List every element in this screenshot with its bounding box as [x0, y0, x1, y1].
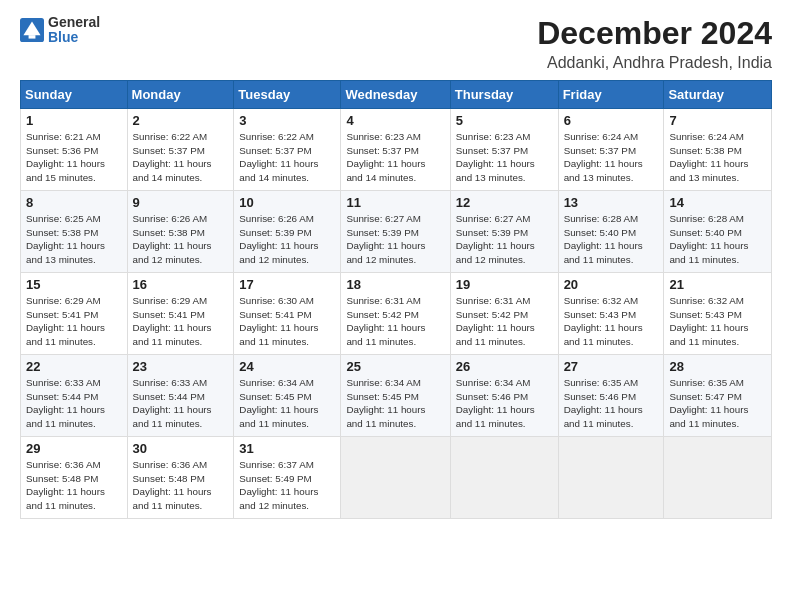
day-number: 30	[133, 441, 229, 456]
day-detail: Sunrise: 6:26 AMSunset: 5:38 PMDaylight:…	[133, 212, 229, 267]
calendar-cell: 14Sunrise: 6:28 AMSunset: 5:40 PMDayligh…	[664, 191, 772, 273]
day-detail: Sunrise: 6:28 AMSunset: 5:40 PMDaylight:…	[669, 212, 766, 267]
day-number: 23	[133, 359, 229, 374]
day-detail: Sunrise: 6:22 AMSunset: 5:37 PMDaylight:…	[133, 130, 229, 185]
calendar-cell: 16Sunrise: 6:29 AMSunset: 5:41 PMDayligh…	[127, 273, 234, 355]
weekday-header-tuesday: Tuesday	[234, 81, 341, 109]
calendar-cell: 2Sunrise: 6:22 AMSunset: 5:37 PMDaylight…	[127, 109, 234, 191]
calendar-cell: 24Sunrise: 6:34 AMSunset: 5:45 PMDayligh…	[234, 355, 341, 437]
weekday-header-wednesday: Wednesday	[341, 81, 450, 109]
day-number: 13	[564, 195, 659, 210]
day-number: 19	[456, 277, 553, 292]
day-detail: Sunrise: 6:28 AMSunset: 5:40 PMDaylight:…	[564, 212, 659, 267]
day-detail: Sunrise: 6:24 AMSunset: 5:37 PMDaylight:…	[564, 130, 659, 185]
calendar-cell: 29Sunrise: 6:36 AMSunset: 5:48 PMDayligh…	[21, 437, 128, 519]
day-number: 31	[239, 441, 335, 456]
day-number: 21	[669, 277, 766, 292]
weekday-header-friday: Friday	[558, 81, 664, 109]
calendar-cell	[558, 437, 664, 519]
weekday-header-row: SundayMondayTuesdayWednesdayThursdayFrid…	[21, 81, 772, 109]
day-detail: Sunrise: 6:29 AMSunset: 5:41 PMDaylight:…	[26, 294, 122, 349]
weekday-header-thursday: Thursday	[450, 81, 558, 109]
week-row-1: 1Sunrise: 6:21 AMSunset: 5:36 PMDaylight…	[21, 109, 772, 191]
week-row-4: 22Sunrise: 6:33 AMSunset: 5:44 PMDayligh…	[21, 355, 772, 437]
calendar-cell: 3Sunrise: 6:22 AMSunset: 5:37 PMDaylight…	[234, 109, 341, 191]
svg-rect-2	[29, 36, 36, 39]
day-detail: Sunrise: 6:34 AMSunset: 5:45 PMDaylight:…	[346, 376, 444, 431]
calendar: SundayMondayTuesdayWednesdayThursdayFrid…	[20, 80, 772, 519]
day-number: 14	[669, 195, 766, 210]
calendar-cell: 10Sunrise: 6:26 AMSunset: 5:39 PMDayligh…	[234, 191, 341, 273]
logo: General Blue	[20, 15, 100, 46]
calendar-cell: 4Sunrise: 6:23 AMSunset: 5:37 PMDaylight…	[341, 109, 450, 191]
title-block: December 2024 Addanki, Andhra Pradesh, I…	[537, 15, 772, 72]
day-detail: Sunrise: 6:30 AMSunset: 5:41 PMDaylight:…	[239, 294, 335, 349]
week-row-3: 15Sunrise: 6:29 AMSunset: 5:41 PMDayligh…	[21, 273, 772, 355]
day-detail: Sunrise: 6:24 AMSunset: 5:38 PMDaylight:…	[669, 130, 766, 185]
weekday-header-monday: Monday	[127, 81, 234, 109]
logo-line2: Blue	[48, 30, 100, 45]
day-detail: Sunrise: 6:31 AMSunset: 5:42 PMDaylight:…	[346, 294, 444, 349]
day-detail: Sunrise: 6:36 AMSunset: 5:48 PMDaylight:…	[26, 458, 122, 513]
day-number: 16	[133, 277, 229, 292]
day-number: 29	[26, 441, 122, 456]
day-number: 8	[26, 195, 122, 210]
weekday-header-saturday: Saturday	[664, 81, 772, 109]
day-number: 24	[239, 359, 335, 374]
calendar-cell: 17Sunrise: 6:30 AMSunset: 5:41 PMDayligh…	[234, 273, 341, 355]
day-number: 4	[346, 113, 444, 128]
page: General Blue December 2024 Addanki, Andh…	[0, 0, 792, 612]
calendar-cell: 21Sunrise: 6:32 AMSunset: 5:43 PMDayligh…	[664, 273, 772, 355]
day-number: 15	[26, 277, 122, 292]
day-number: 22	[26, 359, 122, 374]
day-number: 9	[133, 195, 229, 210]
calendar-cell: 19Sunrise: 6:31 AMSunset: 5:42 PMDayligh…	[450, 273, 558, 355]
day-detail: Sunrise: 6:23 AMSunset: 5:37 PMDaylight:…	[456, 130, 553, 185]
day-number: 2	[133, 113, 229, 128]
day-number: 27	[564, 359, 659, 374]
day-number: 11	[346, 195, 444, 210]
logo-icon	[20, 18, 44, 42]
calendar-cell: 8Sunrise: 6:25 AMSunset: 5:38 PMDaylight…	[21, 191, 128, 273]
calendar-cell: 7Sunrise: 6:24 AMSunset: 5:38 PMDaylight…	[664, 109, 772, 191]
day-number: 28	[669, 359, 766, 374]
day-number: 25	[346, 359, 444, 374]
day-detail: Sunrise: 6:22 AMSunset: 5:37 PMDaylight:…	[239, 130, 335, 185]
day-number: 1	[26, 113, 122, 128]
day-number: 5	[456, 113, 553, 128]
day-number: 20	[564, 277, 659, 292]
day-number: 12	[456, 195, 553, 210]
calendar-cell: 30Sunrise: 6:36 AMSunset: 5:48 PMDayligh…	[127, 437, 234, 519]
calendar-cell: 25Sunrise: 6:34 AMSunset: 5:45 PMDayligh…	[341, 355, 450, 437]
calendar-cell: 1Sunrise: 6:21 AMSunset: 5:36 PMDaylight…	[21, 109, 128, 191]
week-row-2: 8Sunrise: 6:25 AMSunset: 5:38 PMDaylight…	[21, 191, 772, 273]
day-number: 17	[239, 277, 335, 292]
day-detail: Sunrise: 6:32 AMSunset: 5:43 PMDaylight:…	[564, 294, 659, 349]
calendar-cell: 22Sunrise: 6:33 AMSunset: 5:44 PMDayligh…	[21, 355, 128, 437]
calendar-cell: 11Sunrise: 6:27 AMSunset: 5:39 PMDayligh…	[341, 191, 450, 273]
day-number: 10	[239, 195, 335, 210]
calendar-cell: 6Sunrise: 6:24 AMSunset: 5:37 PMDaylight…	[558, 109, 664, 191]
weekday-header-sunday: Sunday	[21, 81, 128, 109]
day-detail: Sunrise: 6:33 AMSunset: 5:44 PMDaylight:…	[26, 376, 122, 431]
day-detail: Sunrise: 6:35 AMSunset: 5:47 PMDaylight:…	[669, 376, 766, 431]
subtitle: Addanki, Andhra Pradesh, India	[537, 54, 772, 72]
day-detail: Sunrise: 6:35 AMSunset: 5:46 PMDaylight:…	[564, 376, 659, 431]
calendar-cell: 27Sunrise: 6:35 AMSunset: 5:46 PMDayligh…	[558, 355, 664, 437]
day-detail: Sunrise: 6:37 AMSunset: 5:49 PMDaylight:…	[239, 458, 335, 513]
day-number: 7	[669, 113, 766, 128]
logo-line1: General	[48, 15, 100, 30]
calendar-cell: 31Sunrise: 6:37 AMSunset: 5:49 PMDayligh…	[234, 437, 341, 519]
day-number: 3	[239, 113, 335, 128]
calendar-cell: 18Sunrise: 6:31 AMSunset: 5:42 PMDayligh…	[341, 273, 450, 355]
calendar-cell: 9Sunrise: 6:26 AMSunset: 5:38 PMDaylight…	[127, 191, 234, 273]
header: General Blue December 2024 Addanki, Andh…	[20, 15, 772, 72]
day-detail: Sunrise: 6:34 AMSunset: 5:45 PMDaylight:…	[239, 376, 335, 431]
calendar-cell: 5Sunrise: 6:23 AMSunset: 5:37 PMDaylight…	[450, 109, 558, 191]
day-detail: Sunrise: 6:27 AMSunset: 5:39 PMDaylight:…	[456, 212, 553, 267]
day-number: 6	[564, 113, 659, 128]
calendar-cell: 23Sunrise: 6:33 AMSunset: 5:44 PMDayligh…	[127, 355, 234, 437]
day-number: 26	[456, 359, 553, 374]
day-detail: Sunrise: 6:31 AMSunset: 5:42 PMDaylight:…	[456, 294, 553, 349]
week-row-5: 29Sunrise: 6:36 AMSunset: 5:48 PMDayligh…	[21, 437, 772, 519]
